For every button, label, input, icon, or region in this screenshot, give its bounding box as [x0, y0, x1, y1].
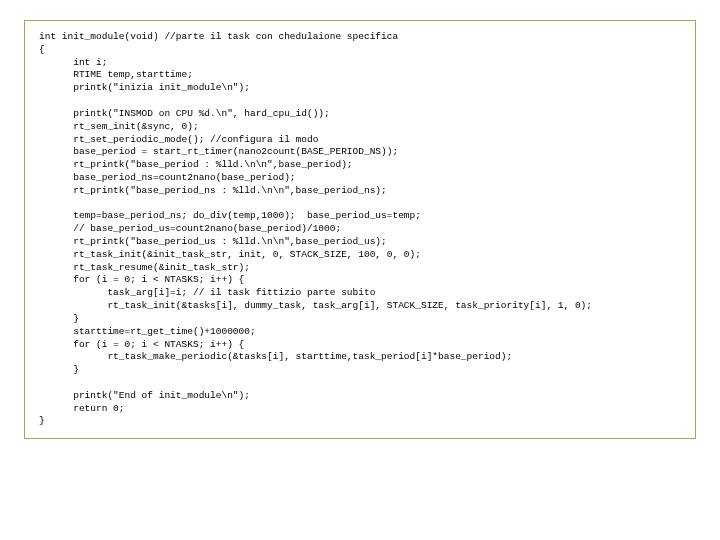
- code-container: int init_module(void) //parte il task co…: [24, 20, 696, 439]
- code-block: int init_module(void) //parte il task co…: [39, 31, 681, 428]
